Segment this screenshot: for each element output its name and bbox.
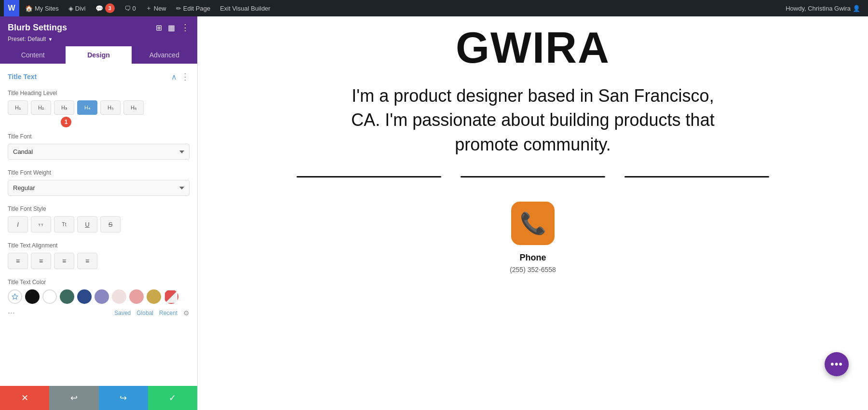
panel-preset-selector[interactable]: Preset: Default ▼ [8, 36, 190, 42]
wp-logo-icon[interactable]: W [4, 0, 19, 16]
title-font-style-group: Title Font Style I TT Tt U S [8, 205, 190, 232]
color-swatches [8, 289, 190, 304]
white-swatch[interactable] [42, 289, 57, 304]
align-justify-btn[interactable]: ≡ [77, 253, 97, 269]
comment-icon: 💬 [95, 5, 103, 12]
section-title-text: Title Text [8, 73, 37, 81]
eyedropper-swatch[interactable] [8, 289, 22, 304]
comments-menu[interactable]: 💬 3 [92, 0, 119, 16]
title-font-weight-group: Title Font Weight Regular [8, 169, 190, 196]
admin-bar: W 🏠 My Sites ◈ Divi 💬 3 🗨 0 ＋ New ✏ Edit… [0, 0, 868, 16]
divi-menu[interactable]: ◈ Divi [65, 0, 90, 16]
global-label[interactable]: Global [136, 310, 153, 316]
align-left-btn[interactable]: ≡ [8, 253, 28, 269]
floating-menu-button[interactable]: ••• [825, 352, 849, 376]
dark-blue-swatch[interactable] [77, 289, 92, 304]
phone-icon: 📞 [520, 211, 546, 236]
divider-left [297, 176, 441, 178]
edit-page-label: Edit Page [183, 5, 210, 12]
title-text-color-label: Title Text Color [8, 279, 190, 286]
saved-label[interactable]: Saved [114, 310, 131, 316]
italic-btn[interactable]: I [8, 216, 28, 232]
heading-h1-btn[interactable]: H₁ [8, 100, 28, 115]
heading-level-label: Title Heading Level [8, 90, 190, 96]
style-buttons: I TT Tt U S [8, 216, 190, 232]
title-font-label: Title Font [8, 133, 190, 140]
new-menu[interactable]: ＋ New [142, 0, 170, 16]
floating-dots-icon: ••• [830, 358, 843, 370]
page-description: I'm a product designer based in San Fran… [340, 84, 726, 157]
title-text-alignment-group: Title Text Alignment ≡ ≡ ≡ ≡ [8, 242, 190, 269]
capitalize-btn[interactable]: Tt [54, 216, 74, 232]
avatar: 👤 [853, 5, 860, 12]
blurb-card: 📞 Phone (255) 352-6558 [485, 202, 581, 273]
color-settings-icon[interactable]: ⚙ [183, 309, 190, 317]
comment-count-badge: 3 [105, 3, 115, 13]
tab-advanced[interactable]: Advanced [132, 46, 197, 64]
uppercase-btn[interactable]: TT [31, 216, 51, 232]
pencil-icon: ✏ [176, 5, 181, 12]
panel-header-icons: ⊞ ▦ ⋮ [156, 22, 190, 33]
color-more-icon[interactable]: ··· [8, 308, 15, 318]
section-options-icon[interactable]: ⋮ [181, 71, 190, 82]
heading-h3-btn[interactable]: H₃ [54, 100, 74, 115]
gradient-swatch[interactable] [164, 289, 178, 304]
section-header-icons: ∧ ⋮ [171, 71, 190, 82]
pink-swatch[interactable] [129, 289, 144, 304]
panel-tabs: Content Design Advanced [0, 46, 197, 64]
layout-icon[interactable]: ▦ [168, 23, 175, 32]
reply-icon: 🗨 [124, 5, 131, 12]
panel-content: Title Text ∧ ⋮ Title Heading Level H₁ H₂… [0, 64, 197, 386]
title-text-section-header: Title Text ∧ ⋮ [8, 71, 190, 82]
reply-count: 0 [133, 5, 136, 12]
exit-builder-label: Exit Visual Builder [220, 5, 271, 12]
edit-page-menu[interactable]: ✏ Edit Page [172, 0, 214, 16]
tab-design[interactable]: Design [66, 46, 131, 64]
black-swatch[interactable] [25, 289, 40, 304]
phone-icon-wrap: 📞 [511, 202, 555, 245]
hero-text: GWIRA [217, 16, 849, 69]
cancel-button[interactable]: ✕ [0, 386, 49, 410]
my-sites-label: My Sites [35, 5, 59, 12]
redo-button[interactable]: ↪ [99, 386, 148, 410]
align-buttons: ≡ ≡ ≡ ≡ [8, 253, 190, 269]
heading-h5-btn[interactable]: H₅ [100, 100, 121, 115]
tab-content[interactable]: Content [0, 46, 66, 64]
align-center-btn[interactable]: ≡ [31, 253, 51, 269]
my-sites-menu[interactable]: 🏠 My Sites [21, 0, 63, 16]
title-font-select[interactable]: Candal [8, 144, 190, 160]
title-heading-level-group: Title Heading Level H₁ H₂ H₃ H₄ H₅ H₆ [8, 90, 190, 115]
more-icon[interactable]: ⋮ [181, 22, 190, 33]
undo-button[interactable]: ↩ [49, 386, 98, 410]
align-right-btn[interactable]: ≡ [54, 253, 74, 269]
blurb-settings-panel: Blurb Settings ⊞ ▦ ⋮ Preset: Default ▼ C… [0, 16, 198, 410]
gold-swatch[interactable] [147, 289, 161, 304]
heading-h4-btn[interactable]: H₄ [77, 100, 97, 115]
light-pink-swatch[interactable] [112, 289, 126, 304]
divider-right [624, 176, 769, 178]
heading-h6-btn[interactable]: H₆ [123, 100, 144, 115]
title-font-style-label: Title Font Style [8, 205, 190, 212]
save-icon: ✓ [169, 393, 176, 403]
notification-badge: 1 [61, 117, 71, 127]
heading-h2-btn[interactable]: H₂ [31, 100, 51, 115]
strikethrough-btn[interactable]: S [100, 216, 121, 232]
purple-swatch[interactable] [95, 289, 109, 304]
heading-buttons: H₁ H₂ H₃ H₄ H₅ H₆ [8, 100, 190, 115]
panel-header: Blurb Settings ⊞ ▦ ⋮ Preset: Default ▼ [0, 16, 197, 46]
replies-menu[interactable]: 🗨 0 [121, 0, 140, 16]
save-button[interactable]: ✓ [148, 386, 197, 410]
blurb-subtitle: (255) 352-6558 [510, 266, 556, 273]
user-menu[interactable]: Howdy, Christina Gwira 👤 [782, 0, 864, 16]
exit-visual-builder-btn[interactable]: Exit Visual Builder [216, 0, 274, 16]
underline-btn[interactable]: U [77, 216, 97, 232]
dark-green-swatch[interactable] [60, 289, 74, 304]
undo-icon: ↩ [70, 393, 78, 403]
divi-icon: ◈ [68, 5, 73, 12]
expand-icon[interactable]: ⊞ [156, 23, 162, 32]
new-label: New [154, 5, 166, 12]
section-title: Title Text [8, 73, 37, 81]
recent-label[interactable]: Recent [159, 310, 177, 316]
collapse-icon[interactable]: ∧ [171, 72, 177, 82]
title-font-weight-select[interactable]: Regular [8, 180, 190, 196]
